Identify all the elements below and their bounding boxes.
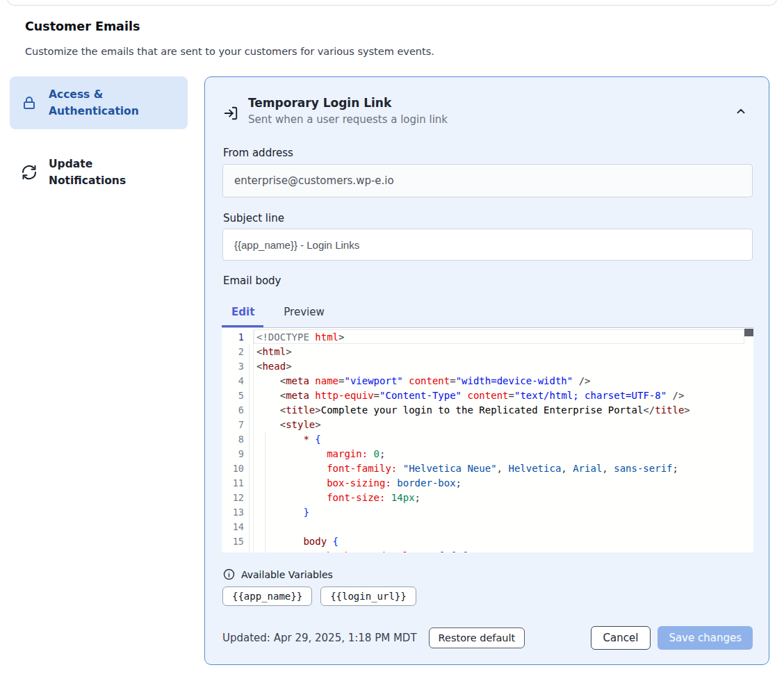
page-subtitle: Customize the emails that are sent to yo… — [25, 46, 434, 57]
variable-chips: {{app_name}} {{login_url}} — [222, 586, 416, 606]
email-types-sidebar: Access & Authentication Update Notificat… — [10, 76, 188, 199]
sidebar-item-label: Update Notifications — [49, 156, 153, 189]
code-line[interactable]: <style> — [256, 418, 744, 432]
available-variables-row: Available Variables — [223, 568, 333, 580]
save-changes-button[interactable]: Save changes — [658, 626, 753, 650]
code-line[interactable]: background-color: #f9f9f9; — [256, 549, 744, 552]
code-line[interactable]: <!DOCTYPE html> — [256, 330, 744, 345]
cancel-button[interactable]: Cancel — [591, 626, 651, 650]
restore-default-button[interactable]: Restore default — [429, 627, 525, 648]
collapse-panel-button[interactable] — [734, 105, 748, 119]
from-address-label: From address — [223, 147, 293, 159]
panel-footer: Updated: Apr 29, 2025, 1:18 PM MDT Resto… — [222, 626, 753, 650]
tab-edit[interactable]: Edit — [222, 303, 264, 321]
editor-scrollbar-thumb[interactable] — [744, 329, 753, 336]
code-line[interactable]: font-size: 14px; — [256, 491, 744, 505]
editor-code: <!DOCTYPE html><html><head> <meta name="… — [256, 330, 744, 552]
code-line[interactable]: box-sizing: border-box; — [256, 476, 744, 491]
info-icon — [223, 568, 235, 580]
login-icon — [223, 106, 238, 121]
code-line[interactable]: margin: 0; — [256, 447, 744, 461]
temporary-login-link-panel: Temporary Login Link Sent when a user re… — [204, 76, 769, 665]
code-line[interactable]: <meta name="viewport" content="width=dev… — [256, 374, 744, 388]
sidebar-item-update-notifications[interactable]: Update Notifications — [10, 146, 188, 199]
panel-title: Temporary Login Link — [248, 96, 448, 110]
editor-scrollbar[interactable] — [744, 328, 753, 552]
line-number: 1 — [222, 330, 253, 345]
lock-icon — [21, 95, 38, 111]
code-editor[interactable]: 12345678910111213141516 <!DOCTYPE html><… — [222, 327, 753, 552]
variable-chip-app-name[interactable]: {{app_name}} — [222, 586, 312, 606]
variable-chip-login-url[interactable]: {{login_url}} — [320, 586, 416, 606]
subject-line-input[interactable] — [222, 229, 753, 261]
available-variables-label: Available Variables — [241, 569, 333, 580]
refresh-icon — [21, 164, 38, 181]
email-body-label: Email body — [223, 274, 281, 287]
indent-guide — [249, 345, 250, 552]
sidebar-item-label: Access & Authentication — [49, 86, 153, 120]
indent-guide — [265, 432, 266, 552]
tab-preview[interactable]: Preview — [274, 303, 334, 321]
code-line[interactable]: font-family: "Helvetica Neue", Helvetica… — [256, 461, 744, 476]
code-line[interactable]: <title>Complete your login to the Replic… — [256, 403, 744, 418]
sidebar-item-access-authentication[interactable]: Access & Authentication — [10, 76, 188, 129]
code-line[interactable]: body { — [256, 534, 744, 549]
subject-line-label: Subject line — [223, 212, 284, 224]
code-line[interactable]: <head> — [256, 359, 744, 374]
code-line[interactable]: <meta http-equiv="Content-Type" content=… — [256, 388, 744, 403]
panel-header: Temporary Login Link Sent when a user re… — [223, 96, 448, 126]
previous-card-bottom-edge — [7, 0, 777, 6]
code-line[interactable]: <html> — [256, 345, 744, 359]
page-title: Customer Emails — [25, 19, 140, 33]
code-line[interactable]: } — [256, 505, 744, 520]
code-line[interactable]: * { — [256, 432, 744, 447]
updated-timestamp: Updated: Apr 29, 2025, 1:18 PM MDT — [222, 632, 417, 644]
panel-subtitle: Sent when a user requests a login link — [248, 113, 448, 126]
chevron-up-icon — [735, 105, 747, 117]
email-body-tabs: Edit Preview — [222, 303, 334, 321]
code-line[interactable] — [256, 520, 744, 534]
from-address-input[interactable] — [222, 164, 753, 197]
